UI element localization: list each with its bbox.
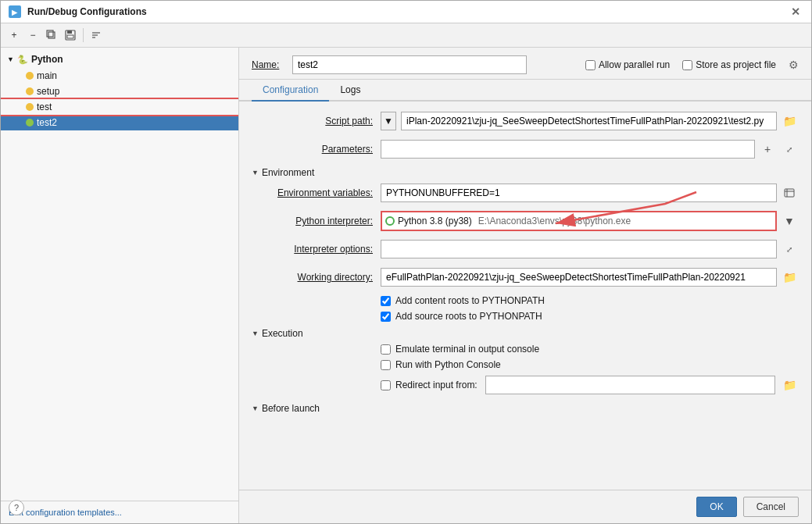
environment-arrow-icon: ▼ <box>252 169 259 176</box>
run-icon-test2 <box>26 119 34 127</box>
interpreter-options-input[interactable] <box>381 240 777 258</box>
bottom-bar: OK Cancel <box>239 490 811 523</box>
name-input[interactable] <box>292 55 527 74</box>
redirect-input-field[interactable] <box>485 376 775 394</box>
sidebar-group-label: Python <box>31 54 63 65</box>
add-source-roots-checkbox[interactable] <box>381 312 391 322</box>
svg-text:▶: ▶ <box>12 9 18 16</box>
emulate-terminal-label: Emulate terminal in output console <box>395 344 539 355</box>
emulate-terminal-checkbox[interactable] <box>381 344 391 355</box>
tab-configuration[interactable]: Configuration <box>252 80 329 102</box>
env-vars-browse-button[interactable] <box>780 184 799 202</box>
run-python-console-row: Run with Python Console <box>252 359 799 370</box>
interpreter-options-row: Interpreter options: ⤢ <box>252 239 799 259</box>
toolbar: + − <box>1 23 811 48</box>
python-interpreter-label: Python interpreter: <box>252 216 381 226</box>
svg-rect-10 <box>785 189 794 197</box>
save-config-button[interactable] <box>62 27 79 44</box>
sidebar-item-main[interactable]: main <box>1 68 238 84</box>
redirect-input-label: Redirect input from: <box>395 380 478 390</box>
interpreter-dropdown-button[interactable]: ▼ <box>780 212 799 230</box>
add-content-roots-label: Add content roots to PYTHONPATH <box>395 295 545 306</box>
script-path-control: ▼ 📁 <box>381 112 799 130</box>
run-python-console-checkbox[interactable] <box>381 360 391 370</box>
interpreter-path: E:\Anaconda3\envs\py38\python.exe <box>478 216 631 226</box>
sidebar-item-test2[interactable]: test2 <box>1 115 238 130</box>
sidebar-item-test[interactable]: test <box>1 99 238 115</box>
sidebar-python-group: ▼ 🐍 Python main setup test <box>1 48 238 134</box>
interpreter-status-icon <box>385 216 395 226</box>
allow-parallel-input[interactable] <box>585 60 596 70</box>
execution-section-header[interactable]: ▼ Execution <box>252 328 799 339</box>
interpreter-display[interactable]: Python 3.8 (py38) E:\Anaconda3\envs\py38… <box>381 211 777 231</box>
copy-config-button[interactable] <box>43 27 60 44</box>
script-path-label: Script path: <box>252 116 381 127</box>
app-icon: ▶ <box>9 5 21 18</box>
remove-config-button[interactable]: − <box>24 27 41 44</box>
script-path-input[interactable] <box>401 112 777 130</box>
add-content-roots-row: Add content roots to PYTHONPATH <box>252 295 799 306</box>
edit-templates-link[interactable]: Edit configuration templates... <box>1 501 238 523</box>
env-vars-row: Environment variables: <box>252 183 799 203</box>
close-button[interactable]: ✕ <box>788 5 803 18</box>
sidebar: ▼ 🐍 Python main setup test <box>1 48 239 523</box>
run-icon-setup <box>26 87 34 95</box>
ok-button[interactable]: OK <box>696 497 736 517</box>
parameters-control: + ⤢ <box>381 140 799 159</box>
script-path-row: Script path: ▼ 📁 <box>252 111 799 131</box>
run-icon-test <box>26 103 34 111</box>
config-header: Name: Allow parallel run Store as projec… <box>239 48 811 80</box>
parameters-expand-button[interactable]: ⤢ <box>780 140 799 159</box>
sidebar-item-setup[interactable]: setup <box>1 84 238 99</box>
allow-parallel-checkbox[interactable]: Allow parallel run <box>585 59 670 70</box>
sidebar-group-python[interactable]: ▼ 🐍 Python <box>1 51 238 68</box>
env-vars-input[interactable] <box>381 184 777 202</box>
emulate-terminal-row: Emulate terminal in output console <box>252 344 799 355</box>
environment-section-header[interactable]: ▼ Environment <box>252 167 799 178</box>
working-dir-browse-button[interactable]: 📁 <box>780 268 799 287</box>
redirect-input-checkbox[interactable] <box>381 380 391 390</box>
svg-rect-5 <box>67 30 72 34</box>
header-checkboxes: Allow parallel run Store as project file… <box>585 59 799 71</box>
help-button[interactable]: ? <box>9 500 24 515</box>
tab-logs[interactable]: Logs <box>329 80 371 102</box>
store-project-checkbox[interactable]: Store as project file <box>682 59 776 70</box>
parameters-input[interactable] <box>381 140 755 159</box>
script-path-dropdown[interactable]: ▼ <box>381 112 396 130</box>
working-dir-row: Working directory: 📁 <box>252 267 799 287</box>
before-launch-arrow-icon: ▼ <box>252 405 259 412</box>
run-python-console-label: Run with Python Console <box>395 359 501 370</box>
right-panel: Name: Allow parallel run Store as projec… <box>239 48 811 523</box>
redirect-input-browse-button[interactable]: 📁 <box>780 376 799 394</box>
interpreter-options-expand-button[interactable]: ⤢ <box>780 240 799 258</box>
add-source-roots-label: Add source roots to PYTHONPATH <box>395 311 542 322</box>
parameters-label: Parameters: <box>252 144 381 155</box>
main-content: ▼ 🐍 Python main setup test <box>1 48 811 523</box>
cancel-button[interactable]: Cancel <box>743 497 799 517</box>
dialog-title: Run/Debug Configurations <box>27 6 147 17</box>
sort-button[interactable] <box>88 27 105 44</box>
before-launch-section-header[interactable]: ▼ Before launch <box>252 403 799 414</box>
working-dir-input[interactable] <box>381 268 777 287</box>
python-interpreter-row: Python interpreter: Python 3.8 (py38) E:… <box>252 211 799 231</box>
name-label: Name: <box>252 59 283 70</box>
add-content-roots-checkbox[interactable] <box>381 296 391 306</box>
working-dir-label: Working directory: <box>252 272 381 283</box>
env-vars-control <box>381 184 799 202</box>
store-project-input[interactable] <box>682 60 692 70</box>
toolbar-separator <box>83 28 84 42</box>
interpreter-options-control: ⤢ <box>381 240 799 258</box>
config-body: Script path: ▼ 📁 Parameters: + ⤢ <box>239 102 811 490</box>
title-bar: ▶ Run/Debug Configurations ✕ <box>1 1 811 23</box>
interpreter-name: Python 3.8 (py38) <box>398 216 472 226</box>
settings-gear-icon[interactable]: ⚙ <box>789 59 799 71</box>
execution-arrow-icon: ▼ <box>252 330 259 337</box>
python-interpreter-control: Python 3.8 (py38) E:\Anaconda3\envs\py38… <box>381 211 799 231</box>
svg-rect-3 <box>47 30 53 37</box>
parameters-add-button[interactable]: + <box>758 140 777 159</box>
run-icon-main <box>26 72 34 80</box>
env-vars-label: Environment variables: <box>252 187 381 198</box>
add-config-button[interactable]: + <box>5 27 23 44</box>
working-dir-control: 📁 <box>381 268 799 287</box>
script-path-browse-button[interactable]: 📁 <box>780 112 799 130</box>
